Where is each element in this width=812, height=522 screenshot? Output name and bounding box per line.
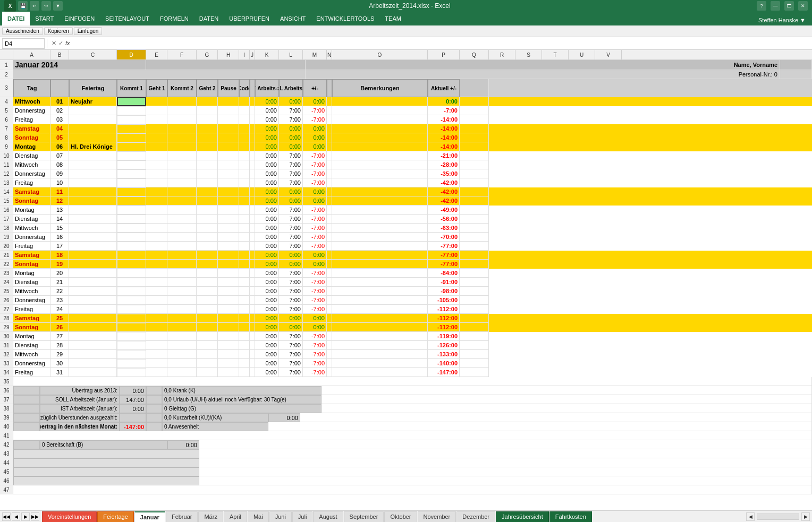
cell-geht2-24[interactable] <box>197 278 218 287</box>
cell-feiertag-25[interactable] <box>69 287 117 296</box>
cell-ist-18[interactable]: 0:00 <box>255 224 279 233</box>
cell-soll-15[interactable]: 0:00 <box>279 196 303 206</box>
cell-q-34[interactable] <box>460 368 489 377</box>
cell-bem-4[interactable] <box>332 97 428 106</box>
cell-pm-24[interactable]: -7:00 <box>303 278 327 287</box>
col-a[interactable]: A <box>13 50 50 59</box>
cell-code-28[interactable] <box>239 314 250 323</box>
cell-kommt1-23[interactable] <box>117 269 146 278</box>
cell-j-23[interactable] <box>250 269 255 278</box>
cell-num-11[interactable]: 08 <box>50 160 69 169</box>
cell-feiertag-12[interactable] <box>69 169 117 178</box>
cell-code-17[interactable] <box>239 215 250 224</box>
cell-num-18[interactable]: 15 <box>50 224 69 233</box>
cell-bem-30[interactable] <box>332 332 428 341</box>
cell-pm-17[interactable]: -7:00 <box>303 215 327 224</box>
cell-pause-19[interactable] <box>218 233 239 242</box>
cell-feiertag-34[interactable] <box>69 368 117 377</box>
cell-q-10[interactable] <box>460 151 489 160</box>
cell-q-18[interactable] <box>460 224 489 233</box>
cell-code-25[interactable] <box>239 287 250 296</box>
cell-feiertag-16[interactable] <box>69 206 117 215</box>
cell-geht1-4[interactable] <box>146 97 167 106</box>
cell-kommt2-8[interactable] <box>167 133 197 142</box>
cell-j-8[interactable] <box>250 133 255 142</box>
cell-bem-13[interactable] <box>332 178 428 187</box>
cell-ist-27[interactable]: 0:00 <box>255 305 279 314</box>
cell-geht2-25[interactable] <box>197 287 218 296</box>
cell-j-22[interactable] <box>250 260 255 269</box>
cell-day-11[interactable]: Mittwoch <box>13 160 50 169</box>
minimize-icon[interactable]: — <box>771 1 780 11</box>
cell-bem-29[interactable] <box>332 323 428 332</box>
col-l[interactable]: L <box>279 50 303 59</box>
cell-feiertag-29[interactable] <box>69 323 117 332</box>
cell-kommt1-11[interactable] <box>117 160 146 169</box>
cell-bem-33[interactable] <box>332 359 428 368</box>
cell-soll-26[interactable]: 7:00 <box>279 296 303 305</box>
cell-pause-22[interactable] <box>218 260 239 269</box>
cell-pause-5[interactable] <box>218 106 239 115</box>
cell-geht1-25[interactable] <box>146 287 167 296</box>
cell-kommt2-19[interactable] <box>167 233 197 242</box>
cell-pause-32[interactable] <box>218 350 239 359</box>
cell-q-25[interactable] <box>460 287 489 296</box>
cell-ist-32[interactable]: 0:00 <box>255 350 279 359</box>
col-d[interactable]: D <box>117 50 146 59</box>
col-c[interactable]: C <box>69 50 117 59</box>
cell-n-18[interactable] <box>327 224 332 233</box>
cell-soll-16[interactable]: 7:00 <box>279 206 303 215</box>
cell-code-10[interactable] <box>239 151 250 160</box>
cell-kommt2-22[interactable] <box>167 260 197 269</box>
cell-geht2-22[interactable] <box>197 260 218 269</box>
cell-q-22[interactable] <box>460 260 489 269</box>
col-v[interactable]: V <box>595 50 622 59</box>
cell-bem-18[interactable] <box>332 224 428 233</box>
cell-pause-9[interactable] <box>218 142 239 151</box>
cell-geht1-6[interactable] <box>146 115 167 124</box>
cell-num-16[interactable]: 13 <box>50 206 69 215</box>
cell-j-15[interactable] <box>250 196 255 206</box>
cell-aktuell-20[interactable]: -77:00 <box>428 242 460 251</box>
cell-geht2-26[interactable] <box>197 296 218 305</box>
cell-kommt1-20[interactable] <box>117 242 146 251</box>
cell-pause-23[interactable] <box>218 269 239 278</box>
cell-geht1-24[interactable] <box>146 278 167 287</box>
cell-code-30[interactable] <box>239 332 250 341</box>
cell-soll-18[interactable]: 7:00 <box>279 224 303 233</box>
cell-geht1-8[interactable] <box>146 133 167 142</box>
cell-pause-34[interactable] <box>218 368 239 377</box>
cell-feiertag-7[interactable] <box>69 124 117 133</box>
cell-kommt1-10[interactable] <box>117 151 146 160</box>
cell-aktuell-5[interactable]: -7:00 <box>428 106 460 115</box>
cell-soll-20[interactable]: 7:00 <box>279 242 303 251</box>
cell-bem-5[interactable] <box>332 106 428 115</box>
cell-kommt2-11[interactable] <box>167 160 197 169</box>
cell-q-14[interactable] <box>460 187 489 196</box>
cell-aktuell-22[interactable]: -77:00 <box>428 260 460 269</box>
cell-soll-8[interactable]: 0:00 <box>279 133 303 142</box>
cell-aktuell-26[interactable]: -105:00 <box>428 296 460 305</box>
cell-ist-6[interactable]: 0:00 <box>255 115 279 124</box>
cell-kommt2-5[interactable] <box>167 106 197 115</box>
ribbon-btn-1[interactable]: Ausschneiden <box>2 27 43 35</box>
cell-code-32[interactable] <box>239 350 250 359</box>
cell-j-18[interactable] <box>250 224 255 233</box>
cell-bem-32[interactable] <box>332 350 428 359</box>
cell-day-16[interactable]: Montag <box>13 206 50 215</box>
cell-geht2-21[interactable] <box>197 251 218 260</box>
col-b[interactable]: B <box>50 50 69 59</box>
sheet-tab-januar[interactable]: Januar <box>134 511 165 522</box>
cell-aktuell-7[interactable]: -14:00 <box>428 124 460 133</box>
cell-geht2-9[interactable] <box>197 142 218 151</box>
cell-kommt2-6[interactable] <box>167 115 197 124</box>
tab-entwicklertools[interactable]: ENTWICKLERTOOLS <box>311 12 379 25</box>
col-i[interactable]: I <box>239 50 250 59</box>
cell-n-13[interactable] <box>327 178 332 187</box>
sheet-tab-dezember[interactable]: Dezember <box>456 511 495 522</box>
cell-pm-7[interactable]: 0:00 <box>303 124 327 133</box>
cell-geht1-5[interactable] <box>146 106 167 115</box>
cell-kommt1-29[interactable] <box>117 323 146 332</box>
cell-feiertag-24[interactable] <box>69 278 117 287</box>
cell-pm-28[interactable]: 0:00 <box>303 314 327 323</box>
